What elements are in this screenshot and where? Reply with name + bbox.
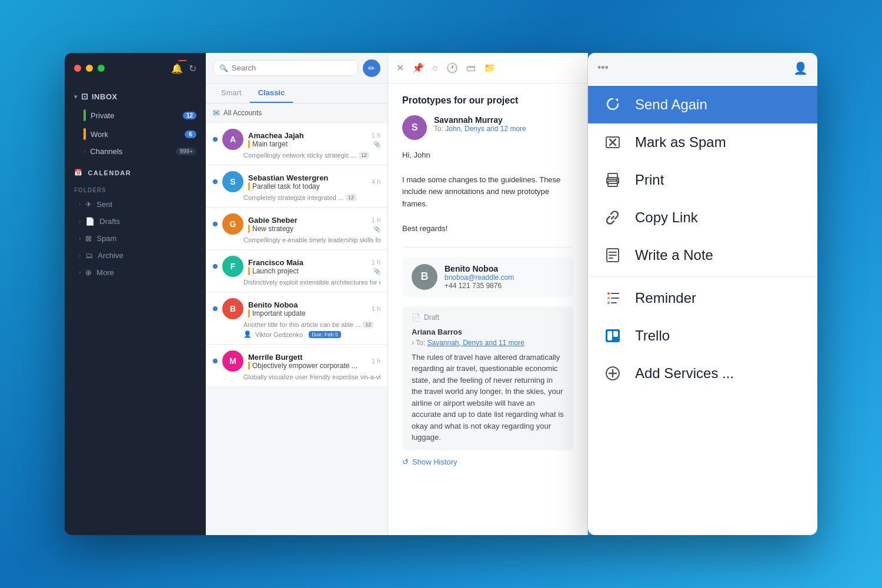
contact-card: B Benito Noboa bnoboa@readdle.com +44 12… [402, 257, 573, 297]
draft-recipients-link[interactable]: Savannah, Denys and 11 more [427, 339, 524, 347]
minimize-button[interactable] [86, 65, 93, 72]
svg-point-11 [607, 292, 610, 295]
add-services-label: Add Services ... [635, 365, 734, 382]
menu-item-copy-link[interactable]: Copy Link [588, 199, 817, 236]
sidebar-item-drafts[interactable]: › 📄 Drafts [65, 213, 206, 230]
archive-icon[interactable]: 🗃 [466, 63, 476, 74]
sidebar-item-calendar[interactable]: 📅 CALENDAR [65, 163, 206, 182]
archive-arrow-icon: › [79, 252, 81, 259]
email-subject: Important update [248, 309, 367, 318]
sidebar-item-spam[interactable]: › ⊠ Spam [65, 230, 206, 247]
email-item-4[interactable]: B Benito Noboa Important update 1 h Anot… [206, 292, 387, 345]
sidebar-item-work[interactable]: Work 6 [65, 125, 206, 143]
search-box[interactable]: 🔍 [213, 60, 358, 76]
maximize-button[interactable] [98, 65, 105, 72]
unread-dot [213, 359, 218, 363]
notification-badge [178, 60, 186, 61]
notification-icon[interactable]: 🔔 [171, 63, 183, 74]
tab-smart[interactable]: Smart [213, 83, 250, 103]
show-history-button[interactable]: ↺ Show History [402, 457, 573, 466]
menu-item-add-services[interactable]: Add Services ... [588, 355, 817, 392]
circle-icon[interactable]: ○ [432, 63, 438, 74]
email-meta: Gabie Sheber New strategy [248, 216, 367, 233]
close-icon[interactable]: ✕ [396, 62, 404, 74]
mark-spam-label: Mark as Spam [635, 134, 726, 151]
svg-rect-18 [607, 331, 612, 340]
email-detail-title: Prototypes for our project [402, 95, 573, 106]
sidebar-item-channels[interactable]: › Channels 999+ [65, 143, 206, 159]
body-text: I made some changes to the guidelines. T… [402, 174, 573, 211]
subject-color-bar [248, 225, 250, 233]
email-item-5[interactable]: M Merrile Burgett Objectively empower co… [206, 345, 387, 387]
contact-phone: +44 121 735 9876 [445, 282, 514, 290]
add-services-icon [602, 363, 623, 384]
email-sender: Gabie Sheber [248, 216, 367, 225]
search-input[interactable] [232, 64, 352, 72]
email-time: 1 h [372, 305, 380, 312]
unread-dot [213, 137, 218, 142]
menu-item-print[interactable]: Print [588, 161, 817, 199]
email-item-1[interactable]: S Sebastian Westergren Parallel task fot… [206, 165, 387, 208]
search-icon: 🔍 [219, 64, 228, 72]
subject-color-bar [248, 309, 250, 318]
avatar: S [222, 171, 243, 192]
sidebar-item-inbox[interactable]: ▾ ⊡ INBOX [65, 87, 206, 106]
more-icon: ⊕ [85, 268, 92, 277]
detail-content: Prototypes for our project S Savannah Mu… [388, 83, 587, 535]
inbox-icon: ⊡ [81, 92, 89, 101]
email-item-2[interactable]: G Gabie Sheber New strategy 1 h 📎 Compel… [206, 208, 387, 250]
menu-item-mark-spam[interactable]: Mark as Spam [588, 123, 817, 161]
menu-item-trello[interactable]: Trello [588, 317, 817, 355]
all-accounts-bar[interactable]: ✉ All Accounts [206, 103, 387, 123]
folder-icon[interactable]: 📁 [484, 62, 496, 74]
email-sender: Merrile Burgett [248, 353, 367, 362]
recipients-link[interactable]: John, Denys and 12 more [445, 125, 526, 133]
tab-classic[interactable]: Classic [250, 83, 293, 103]
email-sender: Amachea Jajah [248, 131, 367, 140]
close-button[interactable] [74, 65, 81, 72]
svg-point-12 [607, 297, 610, 299]
sidebar-item-more[interactable]: › ⊕ More [65, 264, 206, 281]
write-note-icon [602, 245, 623, 266]
copy-link-icon [602, 207, 623, 228]
draft-section: 📄 Draft Ariana Barros › To: Savannah, De… [402, 306, 573, 450]
draft-label: 📄 Draft [412, 313, 564, 322]
mark-spam-icon [602, 132, 623, 153]
subject-color-bar [248, 267, 250, 275]
sidebar-item-archive[interactable]: › 🗂 Archive [65, 247, 206, 264]
sidebar-titlebar: 🔔 ↻ [65, 53, 206, 83]
compose-button[interactable]: ✏ [363, 59, 380, 77]
svg-point-6 [616, 180, 618, 182]
clock-icon[interactable]: 🕐 [446, 62, 458, 74]
sidebar-item-private[interactable]: Private 12 [65, 106, 206, 125]
menu-item-write-note[interactable]: Write a Note [588, 236, 817, 274]
assignee-name: Viktor Gedzenko [255, 331, 303, 338]
avatar: M [222, 350, 243, 372]
svg-point-13 [607, 302, 610, 304]
email-sender: Francisco Maia [248, 258, 367, 267]
refresh-icon[interactable]: ↻ [189, 63, 196, 74]
email-meta: Francisco Maia Launch project [248, 258, 367, 275]
email-preview: Completely strategize integrated ... 12 [243, 194, 380, 201]
draft-sender: Ariana Barros [412, 328, 564, 336]
work-label: Work [91, 130, 108, 139]
due-badge: Due: Feb 5 [309, 331, 341, 338]
user-icon[interactable]: 👤 [793, 62, 808, 75]
write-note-label: Write a Note [635, 247, 713, 263]
menu-item-send-again[interactable]: Send Again [588, 86, 817, 123]
body-divider [402, 247, 573, 248]
menu-item-reminder[interactable]: Reminder [588, 279, 817, 317]
sidebar-item-sent[interactable]: › ✈ Sent [65, 196, 206, 213]
email-subject: Parallel task fot today [248, 182, 367, 191]
email-sender: Sebastian Westergren [248, 173, 367, 182]
email-item-3[interactable]: F Francisco Maia Launch project 1 h 📎 Di… [206, 250, 387, 292]
sender-to: To: John, Denys and 12 more [434, 125, 526, 133]
drafts-icon: 📄 [85, 217, 95, 226]
contact-avatar: B [412, 264, 437, 290]
count-badge: 12 [363, 321, 373, 328]
email-meta: Benito Noboa Important update [248, 300, 367, 318]
all-accounts-label: All Accounts [223, 109, 262, 117]
email-preview: Globally visualize user friendly experti… [243, 373, 380, 380]
email-item-0[interactable]: A Amachea Jajah Main target 1 h 📎 Compel… [206, 123, 387, 165]
pin-icon[interactable]: 📌 [412, 62, 424, 74]
